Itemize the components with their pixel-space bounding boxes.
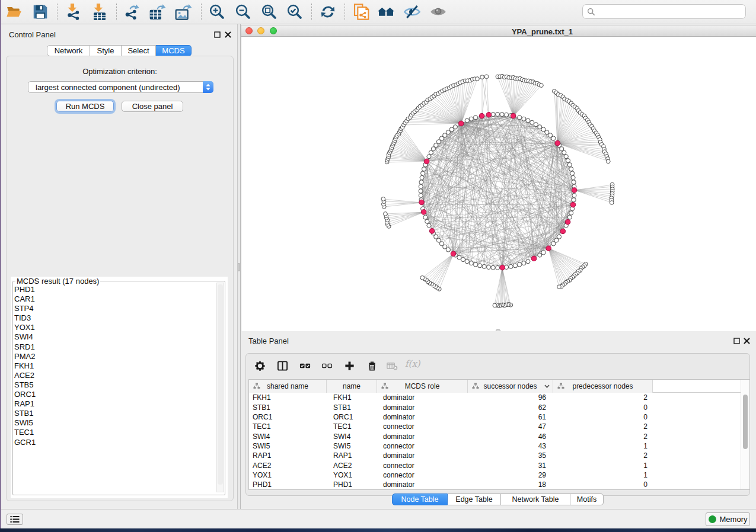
- export-table-button[interactable]: [146, 2, 167, 22]
- export-network-button[interactable]: [121, 2, 142, 22]
- table-cell[interactable]: SWI5: [327, 442, 377, 450]
- zoom-out-button[interactable]: [232, 2, 254, 22]
- select-all-button[interactable]: [296, 358, 313, 373]
- tab-network[interactable]: Network: [47, 45, 90, 56]
- table-tab-node-table[interactable]: Node Table: [392, 493, 448, 505]
- table-cell[interactable]: 2: [553, 451, 653, 460]
- float-panel-button[interactable]: [213, 30, 221, 39]
- mcds-result-item[interactable]: STB5: [14, 380, 210, 390]
- table-cell[interactable]: STB1: [327, 403, 377, 412]
- table-cell[interactable]: RAP1: [327, 451, 377, 460]
- show-all-button[interactable]: [375, 2, 397, 22]
- table-cell[interactable]: SWI4: [249, 432, 327, 441]
- table-cell[interactable]: RAP1: [249, 451, 327, 460]
- table-scrollbar[interactable]: [741, 380, 749, 489]
- tab-style[interactable]: Style: [90, 45, 122, 56]
- table-cell[interactable]: ORC1: [249, 413, 327, 421]
- search-input[interactable]: [598, 7, 742, 17]
- mcds-result-item[interactable]: SWI5: [14, 418, 210, 428]
- table-cell[interactable]: 61: [468, 413, 553, 421]
- table-tab-motifs[interactable]: Motifs: [570, 493, 604, 505]
- table-cell[interactable]: dominator: [377, 413, 468, 421]
- network-window-titlebar[interactable]: YPA_prune.txt_1: [241, 25, 756, 37]
- table-cell[interactable]: 96: [468, 393, 553, 402]
- open-session-button[interactable]: [4, 2, 25, 22]
- mcds-result-item[interactable]: GCR1: [14, 438, 210, 447]
- table-cell[interactable]: TEC1: [327, 422, 377, 431]
- window-minimize-button[interactable]: [257, 27, 264, 34]
- table-cell[interactable]: 31: [468, 462, 553, 470]
- table-cell[interactable]: SWI4: [327, 432, 377, 441]
- table-cell[interactable]: 29: [468, 471, 553, 479]
- zoom-fit-button[interactable]: [259, 2, 280, 22]
- table-cell[interactable]: PHD1: [327, 480, 377, 489]
- float-table-panel-button[interactable]: [732, 336, 741, 345]
- column-header-predecessor-nodes[interactable]: predecessor nodes: [553, 380, 653, 393]
- tab-mcds[interactable]: MCDS: [156, 45, 192, 56]
- mcds-result-item[interactable]: STP4: [14, 304, 210, 313]
- table-cell[interactable]: 1: [553, 442, 653, 450]
- mcds-result-list[interactable]: PHD1CAR1STP4TID3YOX1SWI4SRD1PMA2FKH1ACE2…: [14, 285, 210, 447]
- table-options-button[interactable]: [251, 358, 268, 373]
- close-panel-action-button[interactable]: Close panel: [122, 101, 183, 112]
- table-tab-edge-table[interactable]: Edge Table: [448, 493, 501, 505]
- table-row[interactable]: FKH1FKH1dominator962: [249, 393, 749, 402]
- criterion-dropdown[interactable]: largest connected component (undirected): [28, 81, 213, 93]
- zoom-in-button[interactable]: [206, 2, 228, 22]
- close-table-panel-button[interactable]: [742, 336, 751, 345]
- table-cell[interactable]: YOX1: [327, 471, 377, 479]
- table-row[interactable]: STB1STB1dominator620: [249, 402, 749, 412]
- save-session-button[interactable]: [30, 2, 51, 22]
- tab-select[interactable]: Select: [122, 45, 156, 56]
- column-header-name[interactable]: name: [327, 380, 377, 393]
- table-cell[interactable]: 35: [468, 451, 553, 460]
- function-builder-button[interactable]: f(x): [405, 358, 420, 369]
- zoom-selected-button[interactable]: [284, 2, 305, 22]
- table-row[interactable]: ACE2ACE2connector311: [249, 461, 749, 470]
- table-cell[interactable]: dominator: [377, 480, 468, 489]
- table-cell[interactable]: 62: [468, 403, 553, 412]
- table-scrollbar-thumb[interactable]: [743, 395, 748, 449]
- table-cell[interactable]: STB1: [249, 403, 327, 412]
- table-cell[interactable]: ACE2: [327, 462, 377, 470]
- table-tab-network-table[interactable]: Network Table: [501, 493, 570, 505]
- memory-status-button[interactable]: Memory: [706, 512, 750, 526]
- table-cell[interactable]: 47: [468, 422, 553, 431]
- network-canvas[interactable]: [241, 37, 756, 332]
- table-cell[interactable]: dominator: [377, 393, 468, 402]
- table-row[interactable]: PHD1PHD1dominator180: [249, 480, 749, 489]
- copy-network-button[interactable]: [351, 2, 372, 22]
- table-cell[interactable]: connector: [377, 422, 468, 431]
- table-cell[interactable]: 2: [553, 432, 653, 441]
- task-history-button[interactable]: [7, 514, 23, 525]
- table-cell[interactable]: connector: [377, 442, 468, 450]
- mcds-result-item[interactable]: FKH1: [14, 361, 210, 371]
- export-image-button[interactable]: [172, 2, 193, 22]
- mcds-result-item[interactable]: CAR1: [14, 294, 210, 304]
- table-cell[interactable]: TEC1: [249, 422, 327, 431]
- delete-table-button[interactable]: [384, 358, 400, 373]
- mcds-result-item[interactable]: YOX1: [14, 323, 210, 332]
- table-cell[interactable]: PHD1: [249, 480, 327, 489]
- table-cell[interactable]: dominator: [377, 451, 468, 460]
- table-cell[interactable]: FKH1: [249, 393, 327, 402]
- mcds-result-item[interactable]: SRD1: [14, 342, 210, 352]
- show-columns-button[interactable]: [274, 358, 291, 373]
- table-cell[interactable]: ORC1: [327, 413, 377, 421]
- column-header-shared-name[interactable]: shared name: [249, 380, 327, 393]
- table-row[interactable]: YOX1YOX1connector291: [249, 470, 749, 480]
- vertical-splitter-handle[interactable]: [238, 263, 240, 271]
- apply-layout-button[interactable]: [317, 2, 339, 22]
- mcds-result-item[interactable]: PHD1: [14, 285, 210, 294]
- table-cell[interactable]: 0: [553, 413, 653, 421]
- table-cell[interactable]: ACE2: [249, 462, 327, 470]
- deselect-all-button[interactable]: [318, 358, 335, 373]
- table-row[interactable]: ORC1ORC1dominator610: [249, 412, 749, 422]
- table-cell[interactable]: FKH1: [327, 393, 377, 402]
- run-mcds-button[interactable]: Run MCDS: [56, 101, 114, 112]
- table-row[interactable]: TEC1TEC1connector472: [249, 422, 749, 431]
- window-zoom-button[interactable]: [270, 27, 277, 34]
- mcds-result-item[interactable]: ACE2: [14, 371, 210, 380]
- table-row[interactable]: SWI4SWI4dominator462: [249, 431, 749, 441]
- table-cell[interactable]: connector: [377, 462, 468, 470]
